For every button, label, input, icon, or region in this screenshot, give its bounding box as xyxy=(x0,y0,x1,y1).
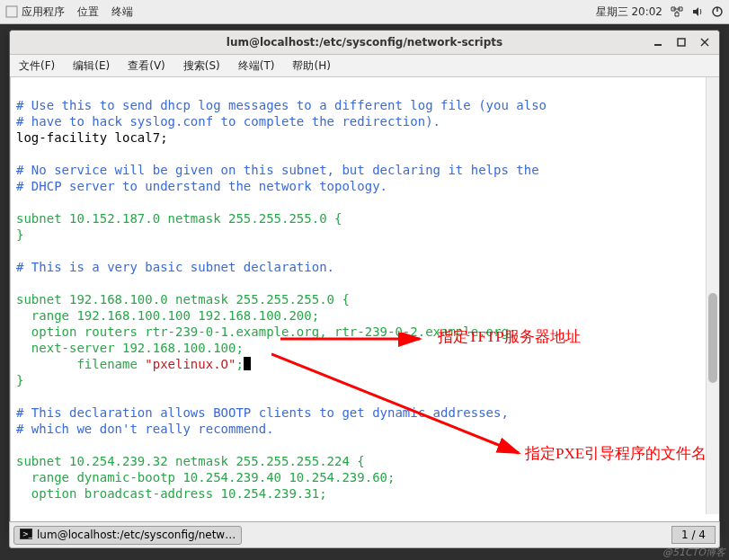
svg-text:>_: >_ xyxy=(22,530,32,538)
menu-terminal[interactable]: 终端(T) xyxy=(233,57,280,76)
menu-file[interactable]: 文件(F) xyxy=(13,57,60,76)
menu-help[interactable]: 帮助(H) xyxy=(287,57,335,76)
code-line: range dynamic-bootp 10.254.239.40 10.254… xyxy=(16,470,395,484)
svg-line-8 xyxy=(271,354,519,453)
close-button[interactable] xyxy=(694,32,716,52)
code-line: log-facility local7; xyxy=(16,130,168,145)
code-line: option broadcast-address 10.254.239.31; xyxy=(16,486,327,501)
terminal-window: lum@localhost:/etc/sysconfig/network-scr… xyxy=(9,30,720,535)
code-string: "pxelinux.O" xyxy=(145,357,236,371)
svg-rect-4 xyxy=(678,39,685,46)
svg-rect-0 xyxy=(6,6,17,17)
menu-edit[interactable]: 编辑(E) xyxy=(67,57,115,76)
volume-icon[interactable] xyxy=(691,5,704,18)
workspace-indicator[interactable]: 1 / 4 xyxy=(671,526,716,544)
code-line: } xyxy=(16,373,23,387)
menu-view[interactable]: 查看(V) xyxy=(122,57,171,76)
code-line: subnet 192.168.100.0 netmask 255.255.255… xyxy=(16,292,350,307)
code-line: } xyxy=(16,227,23,242)
apps-icon xyxy=(5,5,18,18)
code-line: # This is a very basic subnet declaratio… xyxy=(16,260,334,274)
power-icon[interactable] xyxy=(711,5,724,18)
code-line: filename xyxy=(16,357,145,371)
code-line: # Use this to send dhcp log messages to … xyxy=(16,98,547,112)
code-line: next-server 192.168.100.100; xyxy=(16,341,244,355)
window-title: lum@localhost:/etc/sysconfig/network-scr… xyxy=(227,36,502,49)
taskbar-item-label: lum@localhost:/etc/sysconfig/netw… xyxy=(37,529,236,541)
terminal-body[interactable]: # Use this to send dhcp log messages to … xyxy=(10,77,719,534)
network-icon[interactable] xyxy=(670,5,684,18)
terminal-icon: >_ xyxy=(20,529,32,542)
code-line: # No service will be given on this subne… xyxy=(16,163,539,177)
minimize-button[interactable] xyxy=(647,32,669,52)
apps-menu[interactable]: 应用程序 xyxy=(22,4,65,20)
scrollbar[interactable] xyxy=(706,77,719,514)
code-line: subnet 10.152.187.0 netmask 255.255.255.… xyxy=(16,211,342,226)
code-line: # which we don't really recommend. xyxy=(16,422,274,436)
watermark: @51CTO博客 xyxy=(662,546,725,559)
cursor xyxy=(244,357,251,370)
code-line: range 192.168.100.100 192.168.100.200; xyxy=(16,308,319,323)
code-line: ; xyxy=(236,357,243,371)
code-line: # DHCP server to understand the network … xyxy=(16,179,387,193)
code-line: subnet 10.254.239.32 netmask 255.255.255… xyxy=(16,454,365,468)
annotation-pxe: 指定PXE引导程序的文件名 xyxy=(525,446,707,462)
menubar: 文件(F) 编辑(E) 查看(V) 搜索(S) 终端(T) 帮助(H) xyxy=(10,55,719,77)
code-line: option routers rtr-239-0-1.example.org, … xyxy=(16,324,516,339)
code-line: # This declaration allows BOOTP clients … xyxy=(16,405,509,420)
taskbar: >_ lum@localhost:/etc/sysconfig/netw… 1 … xyxy=(9,521,720,548)
places-menu[interactable]: 位置 xyxy=(77,4,99,20)
titlebar[interactable]: lum@localhost:/etc/sysconfig/network-scr… xyxy=(10,31,719,55)
scrollbar-thumb[interactable] xyxy=(708,293,717,383)
code-line: # have to hack syslog.conf to complete t… xyxy=(16,114,440,129)
maximize-button[interactable] xyxy=(671,32,692,52)
menu-search[interactable]: 搜索(S) xyxy=(178,57,226,76)
taskbar-item[interactable]: >_ lum@localhost:/etc/sysconfig/netw… xyxy=(13,526,242,545)
terminal-launcher[interactable]: 终端 xyxy=(111,4,133,20)
clock[interactable]: 星期三 20:02 xyxy=(596,4,662,20)
top-panel: 应用程序 位置 终端 星期三 20:02 xyxy=(0,0,729,24)
